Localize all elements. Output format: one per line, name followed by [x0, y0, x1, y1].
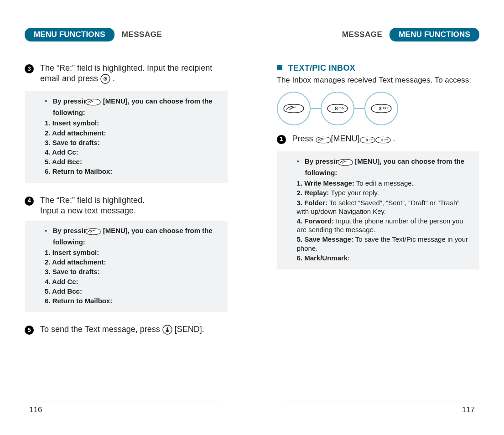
step-text: [MENU] [331, 134, 360, 143]
menu-option: 2. Add attachment: [45, 129, 220, 137]
menu-option: 3. Folder: To select “Saved”, “Sent”, “D… [297, 198, 473, 216]
step-text: The “Re:” field is highlighted. Input th… [40, 63, 212, 72]
menu-options-box: • By pressing [MENU], you can choose fro… [25, 91, 228, 183]
menu-option: 5. Add Bcc: [45, 157, 220, 166]
menu-options-box: • By pressing [MENU], you can choose fro… [25, 221, 228, 313]
header-pill: MENU FUNCTIONS [25, 28, 114, 42]
step-text: The “Re:” field is highlighted. [40, 196, 145, 205]
box-lead: following: [305, 169, 338, 176]
soft-key-icon [316, 136, 331, 147]
key-8-icon [360, 136, 375, 147]
step-number-icon: 5 [25, 326, 34, 335]
soft-key-icon [94, 98, 101, 108]
menu-option: 2. Replay: Type your reply. [297, 188, 473, 197]
step-3: 3 The “Re:” field is highlighted. Input … [25, 63, 228, 87]
step-number-icon: 4 [25, 197, 34, 206]
step-4: 4 The “Re:” field is highlighted. Input … [25, 195, 228, 216]
box-lead: [MENU], you can choose from the [355, 157, 464, 165]
step-number-icon: 1 [277, 135, 286, 144]
menu-option: 2. Add attachment: [45, 258, 220, 266]
menu-option: 1. Insert symbol: [45, 248, 220, 257]
header-pill: MENU FUNCTIONS [390, 28, 479, 42]
period: . [113, 74, 115, 83]
key-3-icon [364, 92, 398, 125]
soft-key-icon [346, 158, 353, 168]
step-text: email and press [40, 74, 98, 83]
step-text: Input a new text message. [40, 206, 136, 215]
menu-option: 6. Mark/Unmark: [297, 254, 473, 262]
menu-option: 3. Save to drafts: [45, 267, 220, 276]
page-number: 117 [462, 405, 475, 415]
box-lead: [MENU], you can choose from the [103, 97, 213, 105]
menu-options-box: • By pressing [MENU], you can choose fro… [277, 151, 480, 269]
box-lead: following: [53, 109, 85, 116]
box-lead: [MENU], you can choose from the [103, 227, 213, 234]
step-text: To send the Text message, press [40, 325, 160, 334]
ok-target-key-icon [100, 74, 110, 87]
connector-icon [354, 108, 364, 109]
menu-option: 4. Forword: Input the phone number of th… [297, 217, 473, 234]
step-text: [SEND]. [175, 325, 204, 334]
soft-key-icon [94, 228, 101, 238]
step-5: 5 To send the Text message, press [SEND]… [25, 324, 228, 337]
send-key-icon [162, 325, 172, 337]
square-bullet-icon [277, 65, 282, 70]
soft-key-icon [277, 92, 311, 125]
section-heading: TEXT/PIC INBOX [277, 63, 480, 73]
page-number: 116 [29, 405, 42, 415]
menu-option: 5. Add Bcc: [45, 287, 220, 295]
header-section: MESSAGE [122, 30, 162, 40]
key-sequence-diagram [277, 92, 480, 125]
box-lead: following: [53, 238, 85, 246]
section-intro: The Inbox manages received Text messages… [277, 75, 480, 85]
menu-option: 5. Save Message: To save the Text/Pic me… [297, 235, 473, 252]
key-8-icon [321, 92, 354, 125]
key-3-icon [375, 136, 391, 147]
menu-option: 4. Add Cc: [45, 148, 220, 156]
page-header-left: MENU FUNCTIONS MESSAGE [25, 28, 228, 41]
period: . [393, 134, 395, 143]
section-title: TEXT/PIC INBOX [288, 63, 355, 72]
step-text: Press [292, 134, 313, 143]
menu-option: 4. Add Cc: [45, 277, 220, 286]
step-1: 1 Press [MENU] . [277, 134, 480, 147]
header-section: MESSAGE [342, 30, 383, 40]
connector-icon [311, 108, 321, 109]
menu-option: 1. Write Message: To edit a message. [297, 179, 473, 187]
menu-option: 6. Return to Mailbox: [45, 296, 220, 305]
menu-option: 3. Save to drafts: [45, 138, 220, 147]
menu-option: 1. Insert symbol: [45, 119, 220, 127]
step-number-icon: 3 [25, 64, 34, 73]
footer-rule [29, 402, 223, 402]
page-header-right: MESSAGE MENU FUNCTIONS [277, 28, 480, 41]
menu-option: 6. Return to Mailbox: [45, 167, 220, 176]
footer-rule [281, 402, 475, 402]
